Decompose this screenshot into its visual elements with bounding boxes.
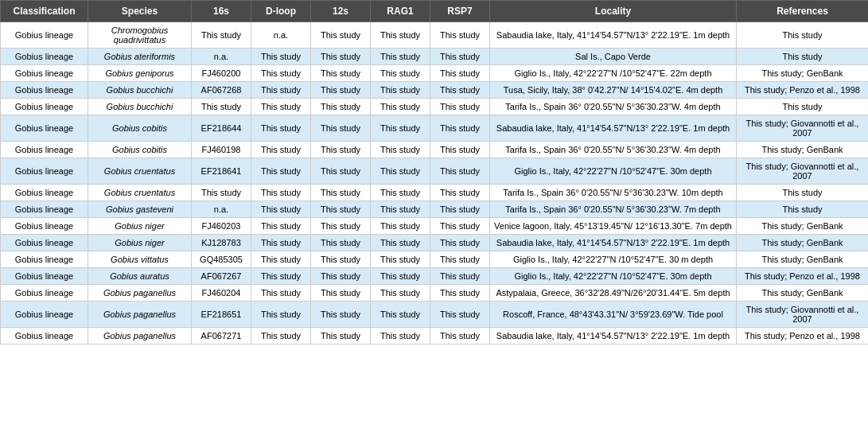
cell-12s: This study (311, 218, 371, 235)
cell-rsp7: This study (430, 49, 490, 65)
cell-rsp7: This study (430, 251, 490, 268)
cell-rsp7: This study (430, 218, 490, 235)
cell-species: Gobius cruentatus (88, 158, 192, 185)
cell-dloop: This study (251, 49, 311, 65)
cell-locality: Sal Is., Capo Verde (490, 49, 737, 65)
table-row: Gobius lineageGobius nigerFJ460203This s… (1, 218, 869, 235)
cell-classification: Gobius lineage (1, 285, 88, 302)
cell-locality: Giglio Is., Italy, 42°22'27"N /10°52'47"… (490, 251, 737, 268)
cell-16s: FJ460198 (192, 142, 251, 158)
cell-classification: Gobius lineage (1, 22, 88, 49)
cell-12s: This study (311, 328, 371, 345)
cell-16s: EF218641 (192, 158, 251, 185)
cell-locality: Sabaudia lake, Italy, 41°14'54.57"N/13° … (490, 22, 737, 49)
cell-16s: This study (192, 22, 251, 49)
cell-species: Gobius bucchichi (88, 82, 192, 99)
cell-dloop: This study (251, 201, 311, 218)
cell-locality: Tarifa Is., Spain 36° 0'20.55"N/ 5°36'30… (490, 142, 737, 158)
cell-16s: n.a. (192, 49, 251, 65)
cell-dloop: This study (251, 235, 311, 251)
cell-16s: This study (192, 99, 251, 115)
cell-locality: Sabaudia lake, Italy, 41°14'54.57"N/13° … (490, 328, 737, 345)
table-row: Gobius lineageGobius cobitisFJ460198This… (1, 142, 869, 158)
cell-locality: Venice lagoon, Italy, 45°13'19.45"N/ 12°… (490, 218, 737, 235)
table-row: Gobius lineageGobius auratusAF067267This… (1, 268, 869, 285)
cell-rag1: This study (371, 185, 430, 201)
cell-rsp7: This study (430, 115, 490, 142)
cell-rsp7: This study (430, 158, 490, 185)
cell-species: Gobius cobitis (88, 142, 192, 158)
cell-references: This study (737, 99, 869, 115)
cell-references: This study (737, 185, 869, 201)
cell-12s: This study (311, 185, 371, 201)
cell-references: This study; Penzo et al., 1998 (737, 268, 869, 285)
cell-references: This study; GenBank (737, 65, 869, 82)
table-row: Gobius lineageGobius bucchichiAF067268Th… (1, 82, 869, 99)
header-dloop: D-loop (251, 1, 311, 22)
cell-locality: Tarifa Is., Spain 36° 0'20.55"N/ 5°36'30… (490, 99, 737, 115)
cell-dloop: n.a. (251, 22, 311, 49)
cell-classification: Gobius lineage (1, 142, 88, 158)
header-references: References (737, 1, 869, 22)
cell-references: This study; Giovannotti et al., 2007 (737, 158, 869, 185)
header-species: Species (88, 1, 192, 22)
cell-references: This study; Penzo et al., 1998 (737, 82, 869, 99)
table-row: Gobius lineageGobius geniporusFJ460200Th… (1, 65, 869, 82)
cell-12s: This study (311, 158, 371, 185)
table-row: Gobius lineageGobius gastevenin.a.This s… (1, 201, 869, 218)
table-row: Gobius lineageGobius paganellusFJ460204T… (1, 285, 869, 302)
cell-16s: AF067271 (192, 328, 251, 345)
header-locality: Locality (490, 1, 737, 22)
cell-12s: This study (311, 142, 371, 158)
cell-12s: This study (311, 268, 371, 285)
cell-species: Gobius paganellus (88, 285, 192, 302)
cell-species: Gobius cobitis (88, 115, 192, 142)
cell-locality: Roscoff, France, 48°43'43.31"N/ 3°59'23.… (490, 302, 737, 328)
data-table: Classification Species 16s D-loop 12s RA… (0, 0, 868, 345)
cell-12s: This study (311, 235, 371, 251)
cell-12s: This study (311, 302, 371, 328)
cell-locality: Giglio Is., Italy, 42°22'27"N /10°52'47"… (490, 268, 737, 285)
cell-rag1: This study (371, 99, 430, 115)
cell-rsp7: This study (430, 65, 490, 82)
cell-16s: KJ128783 (192, 235, 251, 251)
cell-16s: AF067267 (192, 268, 251, 285)
cell-classification: Gobius lineage (1, 115, 88, 142)
cell-rsp7: This study (430, 235, 490, 251)
table-row: Gobius lineageChromogobius quadrivittatu… (1, 22, 869, 49)
cell-species: Chromogobius quadrivittatus (88, 22, 192, 49)
cell-classification: Gobius lineage (1, 49, 88, 65)
cell-references: This study; GenBank (737, 218, 869, 235)
cell-dloop: This study (251, 185, 311, 201)
cell-rsp7: This study (430, 99, 490, 115)
table-row: Gobius lineageGobius cobitisEF218644This… (1, 115, 869, 142)
cell-12s: This study (311, 99, 371, 115)
cell-classification: Gobius lineage (1, 82, 88, 99)
cell-references: This study (737, 201, 869, 218)
cell-classification: Gobius lineage (1, 99, 88, 115)
cell-dloop: This study (251, 82, 311, 99)
cell-references: This study; GenBank (737, 235, 869, 251)
cell-classification: Gobius lineage (1, 185, 88, 201)
cell-classification: Gobius lineage (1, 302, 88, 328)
cell-dloop: This study (251, 285, 311, 302)
cell-references: This study; GenBank (737, 285, 869, 302)
cell-locality: Giglio Is., Italy, 42°22'27"N /10°52'47"… (490, 158, 737, 185)
cell-species: Gobius ateriformis (88, 49, 192, 65)
cell-locality: Tarifa Is., Spain 36° 0'20.55"N/ 5°36'30… (490, 185, 737, 201)
cell-16s: FJ460203 (192, 218, 251, 235)
cell-rsp7: This study (430, 185, 490, 201)
cell-species: Gobius bucchichi (88, 99, 192, 115)
header-16s: 16s (192, 1, 251, 22)
cell-classification: Gobius lineage (1, 251, 88, 268)
table-row: Gobius lineageGobius bucchichiThis study… (1, 99, 869, 115)
cell-rag1: This study (371, 218, 430, 235)
cell-16s: EF218651 (192, 302, 251, 328)
cell-12s: This study (311, 201, 371, 218)
cell-dloop: This study (251, 115, 311, 142)
cell-dloop: This study (251, 251, 311, 268)
cell-classification: Gobius lineage (1, 201, 88, 218)
cell-12s: This study (311, 82, 371, 99)
cell-rsp7: This study (430, 302, 490, 328)
cell-rsp7: This study (430, 328, 490, 345)
